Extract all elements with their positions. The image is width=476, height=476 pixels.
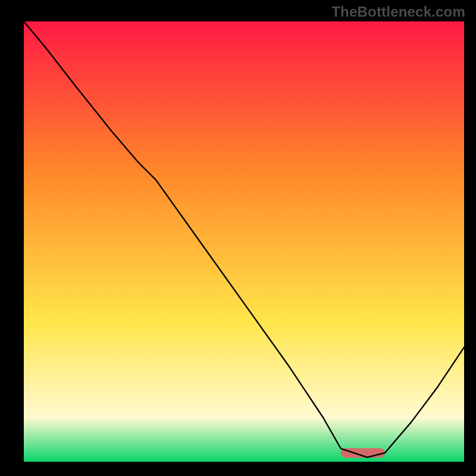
plot-area xyxy=(24,21,464,462)
gradient-background xyxy=(24,21,464,462)
watermark-text: TheBottleneck.com xyxy=(331,4,465,20)
chart-frame: TheBottleneck.com xyxy=(0,0,476,476)
chart-svg xyxy=(24,21,464,462)
